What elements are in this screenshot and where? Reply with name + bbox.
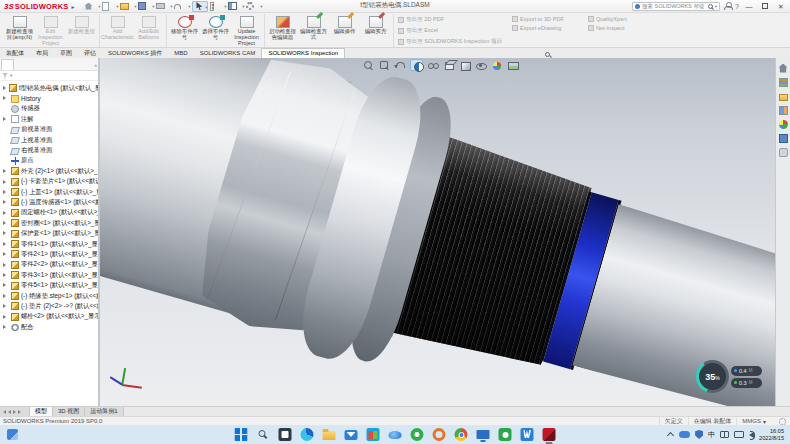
file-explorer-icon[interactable] — [778, 91, 789, 101]
ribbon-button[interactable]: Edit Inspection Project — [35, 14, 66, 47]
ribbon-tab[interactable]: SOLIDWORKS 插件 — [102, 49, 168, 58]
expand-arrow-icon[interactable] — [3, 117, 6, 121]
edge-icon[interactable] — [301, 428, 314, 441]
open-icon[interactable] — [120, 1, 136, 12]
ribbon-tab[interactable]: SOLIDWORKS Inspection — [261, 48, 345, 58]
app-ring-icon[interactable] — [433, 428, 446, 441]
export-menu-item[interactable]: Export eDrawing — [512, 25, 564, 31]
expand-arrow-icon[interactable] — [3, 242, 6, 246]
expand-arrow-icon[interactable] — [3, 221, 6, 225]
design-library-icon[interactable] — [778, 77, 789, 87]
logo-expand-arrow-icon[interactable]: ▸ — [71, 3, 74, 10]
custom-properties-icon[interactable] — [778, 133, 789, 143]
app-green-icon[interactable] — [411, 428, 424, 441]
zoom-fit-icon[interactable] — [362, 59, 375, 71]
ribbon-button[interactable]: 新建检查报 — [66, 14, 97, 35]
expand-arrow-icon[interactable] — [3, 325, 6, 329]
model-collar[interactable] — [356, 123, 451, 337]
expand-arrow-icon[interactable] — [3, 315, 6, 319]
ribbon-tab[interactable]: 草图 — [54, 49, 78, 58]
scroll-left-icon[interactable] — [8, 410, 11, 414]
display-style-icon[interactable] — [458, 59, 471, 71]
model-shell-cylinder[interactable] — [100, 58, 352, 328]
ribbon-button[interactable]: 启动检查报告编辑器 — [267, 14, 298, 41]
tree-item[interactable]: 保护套<1> (默认<<默认>_显示状态 — [0, 228, 98, 238]
ribbon-tab[interactable]: 布局 — [30, 49, 54, 58]
tree-item[interactable]: (-) 卡套垫片<1> (默认<<默认>_显示 — [0, 177, 98, 187]
annotation-icon[interactable] — [426, 59, 439, 71]
document-tab[interactable]: 3D 视图 — [53, 407, 85, 416]
mail-icon[interactable] — [345, 428, 358, 441]
export-menu-item[interactable]: Export to 3D PDF — [512, 16, 564, 22]
featuremanager-icon[interactable] — [1, 59, 14, 70]
scroll-right-icon[interactable] — [13, 410, 16, 414]
filter-caret-icon[interactable]: ▾ — [10, 73, 12, 78]
section-view-icon[interactable] — [410, 59, 423, 71]
tree-item[interactable]: 螺栓<2> (默认<<默认>_显示状态 — [0, 312, 98, 322]
wps-icon[interactable] — [521, 428, 534, 441]
network-tray-icon[interactable] — [734, 431, 744, 438]
select-icon[interactable] — [192, 1, 208, 12]
ribbon-button[interactable]: Add Characteristic — [102, 14, 133, 41]
model-blue-seal-ring[interactable] — [540, 191, 621, 370]
export-menu-item[interactable]: 导出至 SOLIDWORKS Inspection 项目 — [398, 38, 502, 46]
scroll-left-icon[interactable] — [3, 410, 6, 414]
ribbon-button[interactable]: 移除零件序号 — [169, 14, 200, 41]
ribbon-button[interactable]: Update Inspection Project — [231, 14, 262, 47]
volume-icon[interactable] — [749, 432, 754, 438]
save-icon[interactable] — [138, 1, 154, 12]
solidworks-icon[interactable] — [543, 428, 556, 441]
ribbon-button[interactable]: 选择零件序号 — [200, 14, 231, 41]
tree-item[interactable]: 配合 — [0, 322, 98, 332]
ribbon-tab[interactable]: MBD — [168, 49, 193, 58]
ribbon-tab[interactable]: 装配体 — [0, 49, 30, 58]
minimize-button[interactable]: — — [743, 1, 755, 12]
expand-arrow-icon[interactable] — [3, 252, 6, 256]
export-menu-item[interactable]: 导出至 Excel — [398, 27, 502, 35]
dimxpertmanager-icon[interactable] — [43, 59, 56, 70]
expand-arrow-icon[interactable] — [3, 304, 6, 308]
view-palette-icon[interactable] — [778, 105, 789, 115]
taskview-icon[interactable] — [279, 428, 292, 441]
login-user-icon[interactable] — [724, 2, 731, 10]
tree-item[interactable]: (-) 上盖<1> (默认<<默认>_显示状态 — [0, 187, 98, 197]
document-tab[interactable]: 运动算例1 — [85, 407, 123, 416]
export-menu-item[interactable]: Net-Inspect — [588, 25, 627, 31]
export-menu-item[interactable]: QualityXpert — [588, 16, 627, 22]
tree-item[interactable]: (-) 绝缘垫.step<1> (默认<<默认> — [0, 291, 98, 301]
tree-item[interactable]: 右视基准面 — [0, 145, 98, 155]
tree-item[interactable]: 零件2<1> (默认<<默认>_显示状态 — [0, 249, 98, 259]
expand-arrow-icon[interactable] — [3, 294, 6, 298]
tree-item[interactable]: 零件3<1> (默认<<默认>_显示状态 — [0, 270, 98, 280]
view-orientation-icon[interactable] — [442, 59, 455, 71]
expand-arrow-icon[interactable] — [3, 200, 6, 204]
clock[interactable]: 16:05 2022/8/15 — [759, 428, 784, 441]
tree-filter[interactable]: ▾ — [0, 71, 98, 81]
tree-item[interactable]: 注解 — [0, 114, 98, 124]
graphics-area[interactable]: 35 % 0.4 M 0.3 — [100, 58, 775, 406]
expand-arrow-icon[interactable] — [3, 169, 6, 173]
document-tab[interactable]: 模型 — [30, 407, 53, 416]
print-icon[interactable] — [156, 1, 172, 12]
tree-item[interactable]: 前视基准面 — [0, 125, 98, 135]
appearances-icon[interactable] — [490, 59, 503, 71]
tree-item[interactable]: 外壳 (2)<1> (默认<<默认>_显示状态 — [0, 166, 98, 176]
previous-view-icon[interactable] — [394, 59, 407, 71]
ime-indicator[interactable]: 中 — [708, 430, 715, 440]
export-menu-item[interactable]: 导出至 2D PDF — [398, 16, 502, 24]
keyboard-layout-icon[interactable] — [720, 431, 729, 438]
expand-arrow-icon[interactable] — [3, 273, 6, 277]
wecom-icon[interactable] — [499, 428, 512, 441]
expand-arrow-icon[interactable] — [3, 263, 6, 267]
units-selector[interactable]: MMGS ▾ — [736, 418, 771, 425]
onedrive-tray-icon[interactable] — [679, 431, 690, 438]
chrome-icon[interactable] — [455, 428, 468, 441]
ribbon-tab[interactable]: 评估 — [78, 49, 102, 58]
solidworks-logo[interactable]: 3S SOLIDWORKS ▸ — [0, 2, 78, 11]
configurationmanager-icon[interactable] — [29, 59, 42, 70]
tree-item[interactable]: 零件5<1> (默认<<默认>_显示状态 — [0, 280, 98, 290]
search-icon[interactable] — [708, 4, 713, 9]
ribbon-button[interactable]: 编辑检查方式 — [298, 14, 329, 41]
model-flange-rim[interactable] — [341, 91, 461, 367]
expand-arrow-icon[interactable] — [3, 180, 6, 184]
